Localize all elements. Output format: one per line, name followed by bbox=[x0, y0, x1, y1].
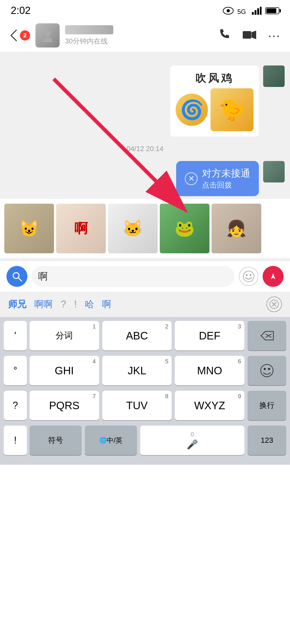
globe-icon: 🌐 bbox=[99, 437, 107, 444]
punct-col-3: ? bbox=[2, 389, 28, 422]
svg-line-14 bbox=[18, 278, 21, 281]
backspace-button[interactable] bbox=[248, 321, 286, 350]
search-button[interactable] bbox=[6, 266, 27, 287]
svg-point-16 bbox=[246, 274, 248, 276]
call-missed-label: 对方未接通 bbox=[202, 167, 250, 180]
emoji-keyboard-button[interactable] bbox=[248, 356, 286, 385]
send-button[interactable] bbox=[263, 266, 284, 287]
signal-icon bbox=[252, 7, 262, 15]
back-button[interactable]: 2 bbox=[10, 29, 30, 42]
autocomplete-item-4[interactable]: 哈 bbox=[85, 298, 94, 310]
key-quote[interactable]: ' bbox=[4, 321, 27, 350]
key-num-6: 6 bbox=[238, 358, 241, 365]
key-jkl[interactable]: 5 JKL bbox=[102, 356, 172, 385]
sticker-thumb-4[interactable]: 🐸 bbox=[160, 204, 209, 253]
contact-name-bar bbox=[65, 25, 113, 34]
search-icon bbox=[12, 271, 22, 282]
key-wxyz[interactable]: 9 WXYZ bbox=[175, 391, 244, 420]
sticker-thumb-3[interactable]: 🐱 bbox=[108, 204, 158, 253]
key-num-3: 3 bbox=[238, 323, 241, 330]
punct-col-2: ° bbox=[2, 354, 28, 387]
autocomplete-item-0[interactable]: 师兄 bbox=[8, 298, 26, 310]
key-abc-label: ABC bbox=[126, 330, 148, 342]
key-wxyz-label: WXYZ bbox=[194, 400, 225, 412]
svg-point-15 bbox=[243, 271, 254, 282]
enter-button[interactable]: 换行 bbox=[248, 391, 286, 420]
key-question[interactable]: ? bbox=[4, 391, 27, 420]
autocomplete-sep-2: ! bbox=[74, 299, 77, 310]
chat-area: 吹风鸡 🌀 🐤 04/12 20:14 ✕ 对方未接通 点击回拨 bbox=[0, 52, 290, 261]
message-timestamp: 04/12 20:14 bbox=[0, 145, 290, 153]
status-time: 2:02 bbox=[11, 5, 31, 16]
svg-point-1 bbox=[227, 9, 230, 12]
sender-avatar bbox=[263, 65, 285, 87]
number-mode-button[interactable]: 123 bbox=[248, 426, 286, 455]
emoji-button[interactable] bbox=[239, 267, 258, 286]
autocomplete-bar: 师兄 啊啊 ? ! 哈 啊 bbox=[0, 292, 290, 317]
sticker-thumb-5[interactable]: 👧 bbox=[212, 204, 261, 253]
key-fenci[interactable]: 1 分词 bbox=[30, 321, 99, 350]
sticker-message: 吹风鸡 🌀 🐤 bbox=[0, 57, 290, 139]
key-pqrs-label: PQRS bbox=[49, 400, 79, 412]
keyboard: ' 1 分词 2 ABC 3 DEF ° bbox=[0, 317, 290, 465]
key-exclaim[interactable]: ! bbox=[4, 426, 27, 455]
chinese-english-button[interactable]: 🌐 中/英 bbox=[85, 426, 137, 455]
status-icons: 5G bbox=[223, 6, 279, 15]
key-num-5: 5 bbox=[165, 358, 168, 365]
key-tuv[interactable]: 8 TUV bbox=[102, 391, 172, 420]
phone-call-icon[interactable] bbox=[219, 28, 231, 43]
svg-marker-10 bbox=[252, 31, 256, 39]
fan-sticker: 🌀 bbox=[176, 94, 208, 126]
svg-point-25 bbox=[261, 364, 273, 377]
sticker-title: 吹风鸡 bbox=[176, 71, 253, 86]
sticker-thumbnail-row: 😺 啊 🐱 🐸 👧 bbox=[0, 199, 290, 258]
sticker-thumb-1[interactable]: 😺 bbox=[4, 204, 54, 253]
key-mno[interactable]: 6 MNO bbox=[175, 356, 244, 385]
sticker-content: 吹风鸡 🌀 🐤 bbox=[170, 65, 259, 137]
search-input[interactable]: 啊 bbox=[32, 266, 235, 287]
autocomplete-delete-button[interactable] bbox=[266, 297, 282, 312]
key-ghi-label: GHI bbox=[55, 365, 74, 377]
emoji-icon bbox=[243, 270, 255, 282]
key-num-7: 7 bbox=[92, 393, 96, 400]
my-avatar bbox=[263, 161, 285, 182]
phone-svg bbox=[219, 28, 231, 41]
punct-col-4: ! bbox=[2, 424, 28, 457]
key-num-9: 9 bbox=[238, 393, 241, 400]
call-bubble[interactable]: ✕ 对方未接通 点击回拨 bbox=[176, 161, 259, 196]
svg-rect-9 bbox=[243, 31, 251, 39]
autocomplete-item-1[interactable]: 啊啊 bbox=[34, 298, 53, 310]
svg-point-27 bbox=[268, 368, 270, 370]
svg-point-8 bbox=[43, 37, 52, 42]
svg-text:5G: 5G bbox=[237, 8, 246, 15]
key-num-0: 0 bbox=[191, 431, 194, 438]
autocomplete-item-5[interactable]: 啊 bbox=[102, 298, 111, 310]
key-num-2: 2 bbox=[165, 323, 168, 330]
delete-circle-icon bbox=[269, 299, 279, 309]
video-svg bbox=[243, 30, 257, 40]
contact-status: 30分钟内在线 bbox=[65, 36, 213, 46]
key-fenci-label: 分词 bbox=[56, 330, 73, 342]
enter-label: 换行 bbox=[259, 400, 274, 411]
emoji-face-icon bbox=[260, 364, 274, 378]
call-text: 对方未接通 点击回拨 bbox=[202, 167, 250, 190]
key-mno-label: MNO bbox=[197, 365, 222, 377]
svg-point-7 bbox=[44, 30, 51, 37]
space-button[interactable]: 0 🎤 bbox=[140, 426, 244, 455]
punct-col: ' bbox=[2, 319, 28, 352]
sticker-thumb-2[interactable]: 啊 bbox=[56, 204, 106, 253]
back-chevron-icon bbox=[10, 29, 18, 42]
symbol-button[interactable]: 符号 bbox=[30, 426, 82, 455]
video-call-icon[interactable] bbox=[243, 28, 257, 43]
svg-point-26 bbox=[264, 368, 266, 370]
key-abc[interactable]: 2 ABC bbox=[102, 321, 172, 350]
more-options-icon[interactable]: ··· bbox=[268, 28, 280, 43]
svg-rect-3 bbox=[252, 12, 254, 15]
call-missed-message[interactable]: ✕ 对方未接通 点击回拨 bbox=[0, 158, 290, 199]
status-bar: 2:02 5G bbox=[0, 0, 290, 19]
key-ghi[interactable]: 4 GHI bbox=[30, 356, 99, 385]
key-degree[interactable]: ° bbox=[4, 356, 27, 385]
key-pqrs[interactable]: 7 PQRS bbox=[30, 391, 99, 420]
key-def[interactable]: 3 DEF bbox=[175, 321, 244, 350]
nav-bar: 2 30分钟内在线 ··· bbox=[0, 19, 290, 52]
